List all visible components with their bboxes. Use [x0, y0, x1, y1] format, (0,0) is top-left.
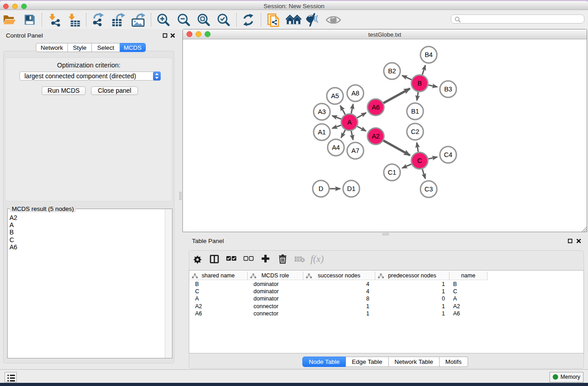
svg-text:A2: A2 — [372, 133, 380, 140]
svg-text:C: C — [417, 157, 422, 164]
svg-text:C3: C3 — [425, 186, 433, 193]
svg-text:A8: A8 — [351, 90, 359, 97]
svg-text:B1: B1 — [411, 108, 419, 115]
svg-text:B: B — [417, 80, 422, 87]
svg-text:A5: A5 — [331, 92, 339, 100]
svg-text:C4: C4 — [444, 151, 453, 158]
svg-text:A6: A6 — [372, 104, 380, 111]
svg-text:A: A — [347, 119, 352, 126]
svg-text:D: D — [319, 185, 323, 192]
svg-text:B4: B4 — [425, 51, 433, 58]
svg-text:A1: A1 — [318, 129, 326, 136]
svg-text:C1: C1 — [388, 169, 397, 176]
svg-text:A7: A7 — [351, 147, 359, 154]
svg-text:B3: B3 — [444, 86, 452, 93]
svg-text:A3: A3 — [318, 108, 326, 115]
svg-text:B2: B2 — [388, 67, 396, 75]
svg-text:A4: A4 — [332, 144, 340, 151]
svg-text:D1: D1 — [347, 185, 356, 192]
svg-text:C2: C2 — [411, 128, 420, 135]
